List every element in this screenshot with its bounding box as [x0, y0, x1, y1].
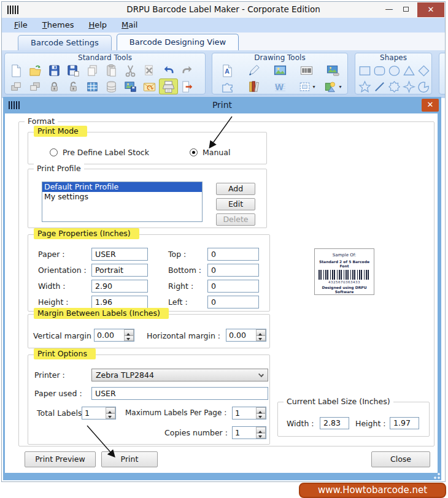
manual-radio[interactable]: [190, 148, 198, 156]
cls-height-input[interactable]: 1.97: [390, 417, 419, 429]
copy-icon[interactable]: [83, 63, 102, 79]
predefine-radio[interactable]: [50, 148, 58, 156]
max-labels-stepper[interactable]: 1: [232, 407, 266, 419]
right-input[interactable]: 0: [207, 280, 259, 293]
restore-button[interactable]: [398, 4, 414, 16]
copies-stepper[interactable]: 1: [232, 426, 266, 439]
predefine-radio-label[interactable]: Pre Define Label Stock: [63, 148, 149, 157]
line-icon[interactable]: [372, 79, 387, 94]
undo-icon[interactable]: [159, 63, 178, 79]
screen: DRPU Barcode Label Maker - Corporate Edi…: [0, 0, 448, 498]
spin-up-icon[interactable]: [256, 427, 266, 433]
cls-width-input[interactable]: 2.83: [320, 417, 349, 429]
bottom-input[interactable]: 0: [207, 264, 259, 277]
rounded-rectangle-icon[interactable]: [372, 63, 387, 79]
spin-down-icon[interactable]: [256, 433, 266, 439]
save-as-icon[interactable]: [64, 63, 83, 79]
barcode-icon[interactable]: [293, 63, 320, 79]
ellipse-icon[interactable]: [387, 63, 401, 79]
triangle-icon[interactable]: [401, 63, 416, 79]
chevron-down-icon[interactable]: ▾: [312, 84, 315, 90]
toolbar-row: W▾▾: [212, 79, 347, 94]
total-labels-stepper[interactable]: 1: [82, 407, 116, 419]
print-options-label: Print Options: [34, 348, 96, 359]
print-profile-list[interactable]: Default Print Profile My settings: [42, 182, 203, 222]
books-icon[interactable]: [241, 79, 267, 94]
tab-barcode-designing-view[interactable]: Barcode Designing View: [117, 34, 239, 50]
spin-down-icon[interactable]: [256, 335, 266, 342]
horizontal-margin-stepper[interactable]: 0.00: [226, 329, 266, 342]
spin-up-icon[interactable]: [106, 407, 115, 413]
watermark-icon[interactable]: W: [267, 79, 293, 94]
lock-icon[interactable]: [45, 79, 64, 94]
text-icon[interactable]: A: [214, 63, 241, 79]
print-icon[interactable]: [159, 79, 178, 94]
paper-input[interactable]: USER: [91, 248, 148, 261]
paste-icon[interactable]: [102, 63, 121, 79]
printer-label: Printer :: [34, 370, 65, 380]
left-input[interactable]: 0: [207, 296, 259, 308]
width-input[interactable]: 2.90: [91, 280, 148, 293]
top-input[interactable]: 0: [207, 248, 259, 261]
menu-item-mail[interactable]: Mail: [114, 18, 145, 33]
add-button[interactable]: Add: [216, 183, 255, 195]
seal-icon[interactable]: [387, 79, 401, 94]
cut-icon[interactable]: [121, 63, 140, 79]
orientation-input[interactable]: Portrait: [91, 264, 148, 277]
minimize-button[interactable]: —: [381, 4, 397, 16]
star4-icon[interactable]: [401, 79, 416, 94]
clipart-icon[interactable]: [214, 79, 241, 94]
menu-item-file[interactable]: File: [7, 18, 35, 33]
list-item[interactable]: Default Print Profile: [42, 182, 202, 192]
close-button[interactable]: Close: [371, 451, 430, 467]
tab-barcode-settings[interactable]: Barcode Settings: [18, 35, 112, 50]
save-icon[interactable]: [45, 63, 64, 79]
delete-object-icon[interactable]: [140, 63, 159, 79]
redo-icon[interactable]: [178, 63, 197, 79]
image-minus-icon[interactable]: [320, 63, 346, 79]
spin-down-icon[interactable]: [256, 413, 266, 419]
open-folder-icon[interactable]: [26, 63, 45, 79]
exit-icon[interactable]: [178, 79, 197, 94]
new-document-icon[interactable]: [7, 63, 26, 79]
frame-icon[interactable]: ▾: [293, 79, 320, 94]
delete-button[interactable]: Delete: [216, 213, 255, 226]
diamond-icon[interactable]: [416, 63, 431, 79]
unlock-icon[interactable]: [64, 79, 83, 94]
bring-to-front-icon[interactable]: [7, 79, 26, 94]
manual-radio-label[interactable]: Manual: [203, 148, 230, 157]
spin-up-icon[interactable]: [124, 329, 134, 335]
menu-item-themes[interactable]: Themes: [35, 18, 82, 33]
rectangle-icon[interactable]: [357, 63, 372, 79]
send-to-back-icon[interactable]: [26, 79, 45, 94]
menu-item-help[interactable]: Help: [81, 18, 114, 33]
shape-image-icon[interactable]: ▾: [320, 79, 346, 94]
pie-icon[interactable]: [416, 79, 431, 94]
paper-used-input[interactable]: USER: [91, 387, 268, 400]
print-button[interactable]: Print: [101, 451, 158, 467]
export-image-icon[interactable]: [121, 79, 140, 94]
spin-up-icon[interactable]: [256, 407, 266, 413]
height-input[interactable]: 1.96: [91, 296, 148, 308]
star-icon[interactable]: [357, 79, 372, 94]
database-icon[interactable]: [102, 79, 121, 94]
spin-down-icon[interactable]: [106, 413, 115, 419]
email-icon[interactable]: [140, 79, 159, 94]
toolbar-group-partial: [439, 53, 445, 94]
window-close-button[interactable]: ✕: [417, 2, 444, 17]
vertical-margin-stepper[interactable]: 0.00: [94, 329, 134, 342]
spin-down-icon[interactable]: [124, 335, 134, 342]
spin-up-icon[interactable]: [256, 329, 266, 335]
grid-icon[interactable]: [83, 79, 102, 94]
printer-dropdown[interactable]: Zebra TLP2844: [91, 369, 268, 381]
chevron-down-icon[interactable]: ▾: [339, 84, 341, 90]
edit-button[interactable]: Edit: [216, 198, 255, 210]
resize-grip[interactable]: [434, 473, 440, 479]
dialog-close-button[interactable]: ✕: [422, 99, 439, 112]
list-item[interactable]: My settings: [42, 192, 202, 202]
print-preview-button[interactable]: Print Preview: [25, 451, 96, 467]
toolbar-group-drawing-tools: Drawing ToolsAW▾▾: [212, 53, 348, 94]
paper-label: Paper :: [38, 250, 65, 259]
picture-icon[interactable]: [267, 63, 293, 79]
pen-icon[interactable]: [241, 63, 267, 79]
